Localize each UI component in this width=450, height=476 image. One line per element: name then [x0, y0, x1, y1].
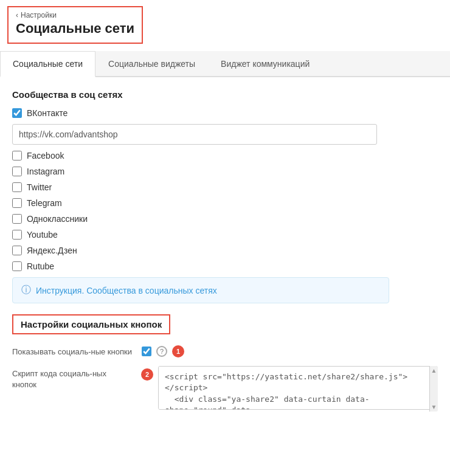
social-buttons-title: Настройки социальных кнопок — [21, 319, 162, 329]
social-buttons-header-box: Настройки социальных кнопок — [12, 314, 170, 334]
twitter-checkbox[interactable] — [12, 182, 22, 192]
odnoklassniki-label[interactable]: Одноклассники — [27, 214, 88, 224]
script-code-controls: 2 <script src="https://yastatic.net/shar… — [141, 366, 438, 412]
script-code-textarea[interactable]: <script src="https://yastatic.net/share2… — [158, 366, 438, 410]
vkontakte-label[interactable]: ВКонтакте — [27, 108, 68, 118]
back-label: Настройки — [21, 11, 57, 19]
info-box: ⓘ Инструкция. Сообщества в социальных се… — [12, 277, 389, 303]
page-title: Социальные сети — [16, 21, 134, 36]
show-buttons-label: Показывать социаль-ные кнопки — [12, 344, 132, 357]
tabs-bar: Социальные сети Социальные виджеты Видже… — [0, 51, 450, 77]
tab-social-networks[interactable]: Социальные сети — [0, 51, 95, 77]
twitter-row: Twitter — [12, 182, 438, 192]
instagram-row: Instagram — [12, 167, 438, 176]
script-code-row: Скрипт кода социаль-ных кнопок 2 <script… — [12, 366, 438, 412]
badge-1: 1 — [172, 345, 184, 357]
script-code-label: Скрипт кода социаль-ных кнопок — [12, 366, 131, 390]
facebook-row: Facebook — [12, 151, 438, 160]
facebook-checkbox[interactable] — [12, 151, 22, 160]
scroll-down-icon: ▼ — [431, 404, 437, 410]
youtube-row: Youtube — [12, 230, 438, 240]
rutube-row: Rutube — [12, 261, 438, 271]
rutube-label[interactable]: Rutube — [27, 261, 54, 271]
scroll-up-icon: ▲ — [431, 367, 437, 374]
instagram-checkbox[interactable] — [12, 167, 22, 176]
telegram-label[interactable]: Telegram — [27, 198, 62, 208]
show-buttons-checkbox[interactable] — [142, 347, 151, 356]
header-box: ‹ Настройки Социальные сети — [7, 6, 143, 44]
tab-communication-widget[interactable]: Виджет коммуникаций — [208, 51, 322, 76]
help-icon[interactable]: ? — [156, 346, 167, 357]
yandex-dzen-row: Яндекс.Дзен — [12, 246, 438, 255]
tab-social-widgets[interactable]: Социальные виджеты — [95, 51, 208, 76]
odnoklassniki-row: Одноклассники — [12, 214, 438, 224]
rutube-checkbox[interactable] — [12, 261, 22, 271]
instagram-label[interactable]: Instagram — [27, 167, 64, 176]
vkontakte-row: ВКонтакте — [12, 108, 438, 118]
social-buttons-section: Настройки социальных кнопок Показывать с… — [12, 314, 438, 412]
info-link[interactable]: Инструкция. Сообщества в социальных сетя… — [36, 286, 217, 295]
facebook-label[interactable]: Facebook — [27, 151, 64, 160]
youtube-label[interactable]: Youtube — [27, 230, 58, 240]
vkontakte-url-input[interactable] — [12, 124, 377, 145]
communities-title: Сообщества в соц сетях — [12, 89, 438, 100]
back-link[interactable]: ‹ Настройки — [16, 11, 134, 19]
back-arrow-icon: ‹ — [16, 11, 18, 19]
telegram-row: Telegram — [12, 198, 438, 208]
vkontakte-checkbox[interactable] — [12, 108, 22, 118]
yandex-dzen-checkbox[interactable] — [12, 246, 22, 255]
yandex-dzen-label[interactable]: Яндекс.Дзен — [27, 246, 77, 255]
show-buttons-row: Показывать социаль-ные кнопки ? 1 — [12, 344, 438, 357]
telegram-checkbox[interactable] — [12, 198, 22, 208]
textarea-wrapper: <script src="https://yastatic.net/share2… — [158, 366, 438, 412]
badge-2: 2 — [141, 368, 153, 381]
odnoklassniki-checkbox[interactable] — [12, 214, 22, 224]
communities-section: Сообщества в соц сетях ВКонтакте Faceboo… — [12, 89, 438, 303]
scrollbar: ▲ ▼ — [429, 366, 438, 412]
show-buttons-controls: ? 1 — [142, 344, 184, 357]
twitter-label[interactable]: Twitter — [27, 182, 52, 192]
info-icon: ⓘ — [21, 284, 31, 297]
youtube-checkbox[interactable] — [12, 230, 22, 240]
